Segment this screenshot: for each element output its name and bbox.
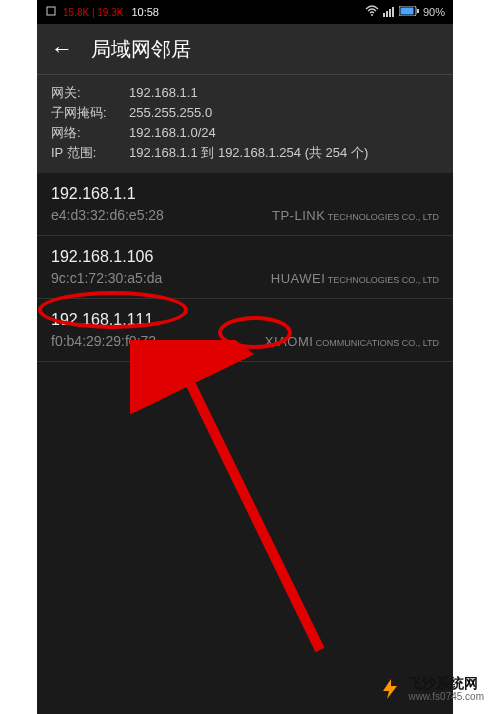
svg-rect-2 xyxy=(383,13,385,17)
lightning-icon xyxy=(378,677,402,701)
gateway-value: 192.168.1.1 xyxy=(129,83,198,103)
svg-rect-3 xyxy=(386,11,388,17)
clock: 10:58 xyxy=(131,6,159,18)
notification-icon xyxy=(45,5,57,19)
device-mac: e4:d3:32:d6:e5:28 xyxy=(51,205,164,225)
device-item[interactable]: 192.168.1.1 e4:d3:32:d6:e5:28 TP-LINK TE… xyxy=(37,173,453,236)
device-mac: f0:b4:29:29:f0:72 xyxy=(51,331,156,351)
title-bar: ← 局域网邻居 xyxy=(37,24,453,74)
svg-point-1 xyxy=(371,14,373,16)
watermark: 飞沙系统网 www.fs0745.com xyxy=(370,672,492,706)
network-info-panel: 网关: 192.168.1.1 子网掩码: 255.255.255.0 网络: … xyxy=(37,74,453,173)
subnet-value: 255.255.255.0 xyxy=(129,103,212,123)
svg-rect-4 xyxy=(389,9,391,17)
svg-rect-0 xyxy=(47,7,55,15)
watermark-url: www.fs0745.com xyxy=(408,691,484,702)
watermark-title: 飞沙系统网 xyxy=(408,676,484,691)
device-item[interactable]: 192.168.1.111 f0:b4:29:29:f0:72 XIAOMI C… xyxy=(37,299,453,362)
device-ip: 192.168.1.1 xyxy=(51,183,439,205)
device-ip: 192.168.1.111 xyxy=(51,309,439,331)
device-item[interactable]: 192.168.1.106 9c:c1:72:30:a5:da HUAWEI T… xyxy=(37,236,453,299)
range-label: IP 范围: xyxy=(51,143,129,163)
page-title: 局域网邻居 xyxy=(91,36,191,63)
signal-icon xyxy=(383,5,395,19)
wifi-icon xyxy=(365,5,379,19)
battery-icon xyxy=(399,6,419,18)
status-bar: 15.8K | 19.3K 10:58 90% xyxy=(37,0,453,24)
device-vendor: HUAWEI TECHNOLOGIES CO., LTD xyxy=(271,271,439,286)
svg-rect-8 xyxy=(417,9,419,13)
device-ip: 192.168.1.106 xyxy=(51,246,439,268)
range-value: 192.168.1.1 到 192.168.1.254 (共 254 个) xyxy=(129,143,368,163)
network-value: 192.168.1.0/24 xyxy=(129,123,216,143)
device-vendor: XIAOMI COMMUNICATIONS CO., LTD xyxy=(265,334,439,349)
device-mac: 9c:c1:72:30:a5:da xyxy=(51,268,162,288)
subnet-label: 子网掩码: xyxy=(51,103,129,123)
svg-rect-7 xyxy=(400,8,413,15)
device-list: 192.168.1.1 e4:d3:32:d6:e5:28 TP-LINK TE… xyxy=(37,173,453,362)
svg-rect-5 xyxy=(392,7,394,17)
net-speed: 15.8K | 19.3K xyxy=(63,7,123,18)
network-label: 网络: xyxy=(51,123,129,143)
device-vendor: TP-LINK TECHNOLOGIES CO., LTD xyxy=(272,208,439,223)
gateway-label: 网关: xyxy=(51,83,129,103)
back-button[interactable]: ← xyxy=(51,36,73,62)
battery-percent: 90% xyxy=(423,6,445,18)
